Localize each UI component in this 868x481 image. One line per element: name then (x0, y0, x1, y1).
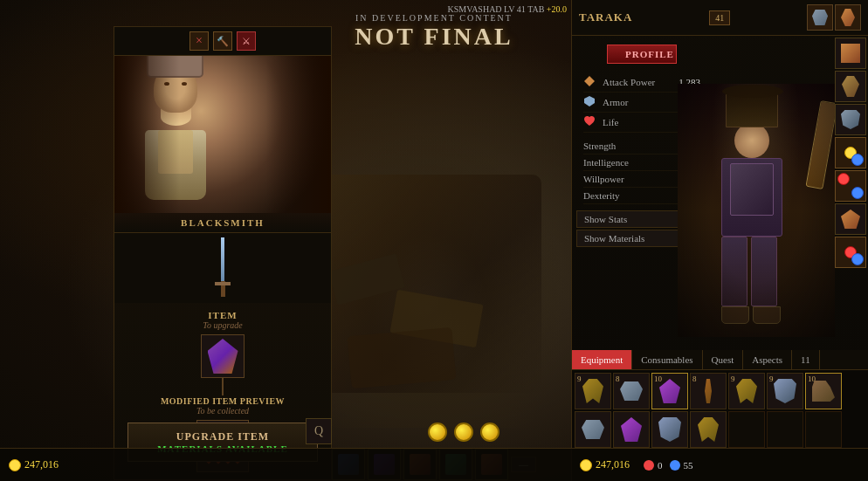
potion-1[interactable] (428, 423, 447, 442)
item-row-1: 9 8 10 8 9 (575, 373, 865, 409)
tab-quest[interactable]: Quest (703, 350, 744, 369)
gem-icon-1 (659, 379, 680, 403)
item-gem-icon (208, 339, 238, 374)
char-model-col (712, 36, 868, 350)
right-panel-inner: TARAKA 41 PROFILE (572, 0, 868, 481)
grid-item-7[interactable]: 10 (805, 373, 842, 409)
minimap-button[interactable]: Q (306, 418, 332, 444)
close-button[interactable]: × (189, 31, 209, 51)
tab-quest-label: Quest (712, 354, 734, 365)
bow-icon-1 (699, 379, 717, 403)
grid-item-4[interactable]: 8 (690, 373, 727, 409)
sword-icon-display (214, 237, 231, 299)
grid-item-9[interactable] (613, 411, 650, 448)
resource-2-icon (670, 460, 680, 471)
strength-label: Strength (583, 141, 691, 151)
grid-item-13 (767, 411, 803, 448)
show-stats-label: Show Stats (584, 214, 627, 224)
tab-aspects[interactable]: Aspects (743, 350, 792, 369)
sword-tab-icon: ⚔ (242, 36, 251, 47)
grid-item-6[interactable]: 9 (767, 373, 803, 409)
resource-2-value: 55 (684, 460, 693, 471)
sword-tab[interactable]: ⚔ (237, 31, 256, 51)
potion-orbs (428, 423, 499, 442)
helm-icon (812, 10, 828, 25)
life-icon (583, 115, 597, 129)
header-slot-1[interactable] (807, 4, 833, 31)
character-name: TARAKA (579, 10, 632, 24)
grid-level-6: 9 (769, 374, 774, 383)
item-grid-container: 9 8 10 8 9 (572, 370, 868, 450)
hammer-icon: 🔨 (217, 36, 229, 47)
svg-marker-1 (584, 96, 595, 107)
header-slot-2[interactable] (835, 4, 861, 31)
dev-notice-large: NOT FINAL (355, 23, 513, 51)
boots-icon-1 (812, 381, 835, 402)
armor-icon (583, 95, 597, 109)
npc-name: BLACKSMITH (181, 217, 265, 228)
grid-level-3: 10 (654, 374, 662, 383)
arrow-icon (841, 9, 855, 26)
dev-notice: IN DEVELOPMENT CONTENT NOT FINAL (355, 13, 513, 51)
dev-notice-small: IN DEVELOPMENT CONTENT (355, 13, 513, 23)
tab-count[interactable]: 11 (792, 350, 820, 369)
profile-area: PROFILE (576, 45, 707, 64)
grid-item-1[interactable]: 9 (575, 373, 611, 409)
potion-3[interactable] (480, 423, 499, 442)
tab-consumables[interactable]: Consumables (632, 350, 702, 369)
equip-slot-5[interactable] (835, 170, 866, 202)
grid-item-12 (728, 411, 765, 448)
equip-slot-7[interactable] (835, 237, 866, 268)
char-display (678, 84, 835, 337)
item-row-2 (575, 411, 865, 448)
grid-level-1: 9 (577, 374, 582, 383)
equip-slot-3[interactable] (835, 104, 866, 135)
hammer-tab[interactable]: 🔨 (213, 31, 232, 51)
tab-count-label: 11 (801, 354, 810, 365)
grid-item-10[interactable] (651, 411, 688, 448)
intelligence-label: Intelligence (583, 157, 691, 168)
grid-item-11[interactable] (690, 411, 727, 448)
equipment-tabs: Equipment Consumables Quest Aspects 11 (572, 350, 868, 370)
item-label: ITEM (208, 310, 237, 320)
resource-1-icon (644, 460, 654, 471)
npc-sword-area (114, 233, 331, 303)
helm-icon-2 (582, 420, 604, 439)
gold-coin-icon (9, 459, 21, 471)
item-sublabel: To upgrade (203, 320, 242, 330)
player-bonus: +20.0 (547, 4, 567, 14)
right-top: PROFILE Attack Power 1,283 (572, 36, 868, 350)
char-silhouette (678, 84, 835, 337)
npc-image (114, 56, 331, 213)
equip-slot-top[interactable] (835, 38, 866, 69)
player-gold-hud: TAB (527, 4, 544, 14)
map-btn-area: Q (306, 418, 332, 444)
profile-button[interactable]: PROFILE (607, 45, 677, 64)
equip-slot-4[interactable] (835, 137, 866, 168)
resource-1: 0 (644, 460, 663, 471)
blacksmith-panel: × 🔨 ⚔ (114, 26, 332, 480)
equip-slot-2[interactable] (835, 71, 866, 102)
helm-icon-1 (620, 381, 643, 401)
grid-item-5[interactable]: 9 (728, 373, 765, 409)
resource-2: 55 (670, 460, 693, 471)
dexterity-label: Dexterity (583, 190, 686, 201)
modified-title: MODIFIED ITEM PREVIEW (161, 396, 285, 406)
grid-item-3[interactable]: 10 (651, 373, 688, 409)
item-slot[interactable] (201, 334, 245, 378)
resource-1-value: 0 (658, 460, 663, 471)
grid-item-2[interactable]: 8 (613, 373, 650, 409)
equip-slot-6[interactable] (835, 203, 866, 235)
right-edge-slots (833, 36, 868, 270)
level-value: 41 (715, 13, 724, 23)
show-materials-label: Show Materials (584, 233, 644, 244)
life-label: Life (603, 117, 686, 127)
tab-equipment[interactable]: Equipment (572, 350, 632, 369)
axe-icon-2 (736, 379, 757, 403)
sword-guard (215, 282, 231, 285)
npc-label: BLACKSMITH (114, 213, 331, 233)
sword-blade (221, 237, 224, 281)
potion-2[interactable] (454, 423, 473, 442)
axe-icon-3 (698, 417, 719, 442)
grid-item-8[interactable] (575, 411, 611, 448)
